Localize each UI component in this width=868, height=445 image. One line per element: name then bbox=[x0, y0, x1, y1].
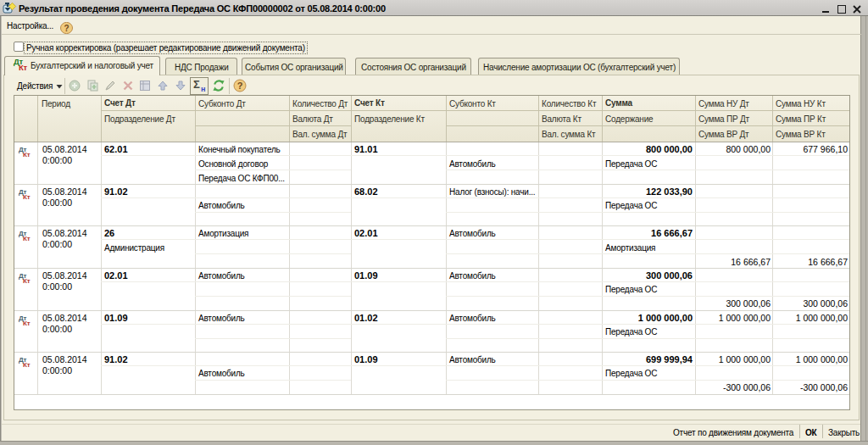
svg-text:?: ? bbox=[237, 81, 243, 91]
svg-text:?: ? bbox=[64, 24, 70, 33]
